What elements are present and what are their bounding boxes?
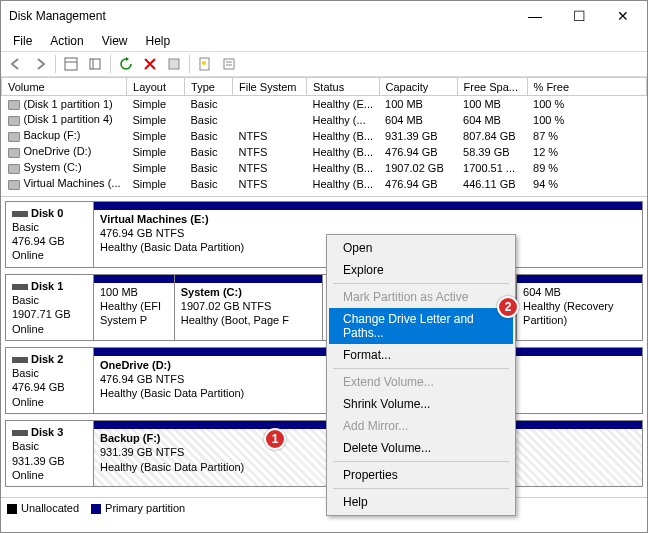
volume-row[interactable]: Backup (F:)SimpleBasicNTFSHealthy (B...9… — [2, 128, 647, 144]
legend-primary-swatch — [91, 504, 101, 514]
ctx-delete[interactable]: Delete Volume... — [329, 437, 513, 459]
ctx-extend: Extend Volume... — [329, 371, 513, 393]
toolbar — [1, 51, 647, 77]
ctx-properties[interactable]: Properties — [329, 464, 513, 486]
volume-row[interactable]: OneDrive (D:)SimpleBasicNTFSHealthy (B..… — [2, 144, 647, 160]
ctx-change-drive-letter[interactable]: Change Drive Letter and Paths... — [329, 308, 513, 344]
forward-button[interactable] — [29, 53, 51, 75]
col-volume[interactable]: Volume — [2, 78, 127, 96]
ctx-mirror: Add Mirror... — [329, 415, 513, 437]
back-button[interactable] — [5, 53, 27, 75]
svg-point-6 — [202, 61, 206, 65]
ctx-format[interactable]: Format... — [329, 344, 513, 366]
col-free[interactable]: Free Spa... — [457, 78, 527, 96]
close-button[interactable]: ✕ — [601, 2, 645, 30]
disk-label[interactable]: Disk 3Basic931.39 GBOnline — [6, 421, 94, 486]
svg-rect-7 — [224, 59, 234, 69]
disk-icon — [12, 284, 28, 290]
list-icon[interactable] — [218, 53, 240, 75]
disk-icon — [12, 357, 28, 363]
col-layout[interactable]: Layout — [127, 78, 185, 96]
disk-label[interactable]: Disk 1Basic1907.71 GBOnline — [6, 275, 94, 340]
col-pctfree[interactable]: % Free — [527, 78, 646, 96]
ctx-explore[interactable]: Explore — [329, 259, 513, 281]
help-icon[interactable] — [194, 53, 216, 75]
disk-label[interactable]: Disk 0Basic476.94 GBOnline — [6, 202, 94, 267]
menubar: File Action View Help — [1, 31, 647, 51]
annotation-badge-1: 1 — [264, 428, 286, 450]
partition[interactable]: 100 MBHealthy (EFI System P — [94, 275, 175, 340]
col-type[interactable]: Type — [185, 78, 233, 96]
disk-icon — [12, 211, 28, 217]
volume-row[interactable]: System (C:)SimpleBasicNTFSHealthy (B...1… — [2, 160, 647, 176]
properties-button[interactable] — [84, 53, 106, 75]
volume-row[interactable]: (Disk 1 partition 1)SimpleBasicHealthy (… — [2, 96, 647, 112]
volume-list: Volume Layout Type File System Status Ca… — [1, 77, 647, 192]
annotation-badge-2: 2 — [497, 296, 519, 318]
legend-primary-label: Primary partition — [105, 502, 185, 514]
volume-icon — [8, 148, 20, 158]
volume-icon — [8, 164, 20, 174]
disk-graphical-view: Disk 0Basic476.94 GBOnlineVirtual Machin… — [1, 196, 647, 498]
settings-icon[interactable] — [163, 53, 185, 75]
partition[interactable]: System (C:)1907.02 GB NTFSHealthy (Boot,… — [175, 275, 324, 340]
disk-icon — [12, 430, 28, 436]
menu-file[interactable]: File — [5, 32, 40, 50]
volume-icon — [8, 132, 20, 142]
delete-icon[interactable] — [139, 53, 161, 75]
ctx-mark-active: Mark Partition as Active — [329, 286, 513, 308]
legend: Unallocated Primary partition — [1, 497, 647, 518]
disk-row: Disk 1Basic1907.71 GBOnline100 MBHealthy… — [5, 274, 643, 341]
volume-icon — [8, 100, 20, 110]
svg-rect-2 — [90, 59, 100, 69]
volume-icon — [8, 116, 20, 126]
volume-row[interactable]: Virtual Machines (...SimpleBasicNTFSHeal… — [2, 176, 647, 192]
maximize-button[interactable]: ☐ — [557, 2, 601, 30]
ctx-help[interactable]: Help — [329, 491, 513, 513]
minimize-button[interactable]: — — [513, 2, 557, 30]
col-status[interactable]: Status — [307, 78, 380, 96]
volume-row[interactable]: (Disk 1 partition 4)SimpleBasicHealthy (… — [2, 112, 647, 128]
disk-row: Disk 0Basic476.94 GBOnlineVirtual Machin… — [5, 201, 643, 268]
disk-label[interactable]: Disk 2Basic476.94 GBOnline — [6, 348, 94, 413]
svg-rect-0 — [65, 58, 77, 70]
view-button[interactable] — [60, 53, 82, 75]
volume-icon — [8, 180, 20, 190]
refresh-button[interactable] — [115, 53, 137, 75]
svg-rect-4 — [169, 59, 179, 69]
menu-view[interactable]: View — [94, 32, 136, 50]
disk-row: Disk 3Basic931.39 GBOnlineBackup (F:)931… — [5, 420, 643, 487]
ctx-open[interactable]: Open — [329, 237, 513, 259]
window-title: Disk Management — [9, 9, 513, 23]
legend-unallocated-swatch — [7, 504, 17, 514]
titlebar: Disk Management — ☐ ✕ — [1, 1, 647, 31]
legend-unallocated-label: Unallocated — [21, 502, 79, 514]
context-menu: Open Explore Mark Partition as Active Ch… — [326, 234, 516, 516]
menu-help[interactable]: Help — [138, 32, 179, 50]
ctx-shrink[interactable]: Shrink Volume... — [329, 393, 513, 415]
col-capacity[interactable]: Capacity — [379, 78, 457, 96]
col-fs[interactable]: File System — [233, 78, 307, 96]
disk-row: Disk 2Basic476.94 GBOnlineOneDrive (D:)4… — [5, 347, 643, 414]
partition[interactable]: 604 MBHealthy (Recovery Partition) — [517, 275, 642, 340]
menu-action[interactable]: Action — [42, 32, 91, 50]
